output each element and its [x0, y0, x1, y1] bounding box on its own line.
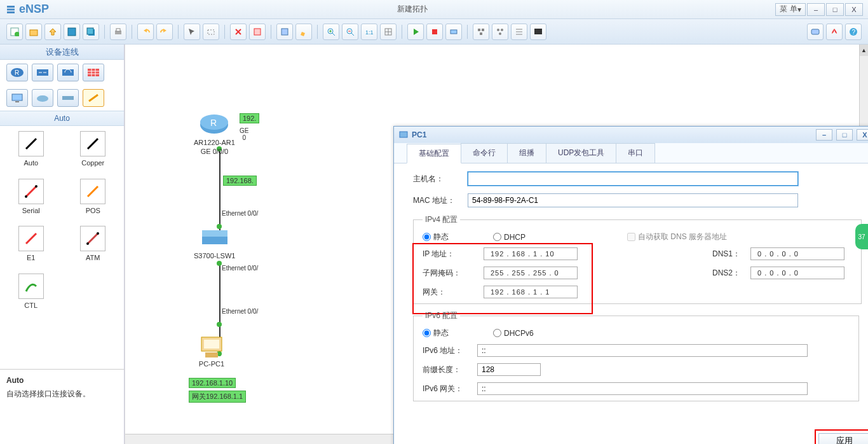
svg-text:1:1: 1:1	[365, 29, 374, 36]
prefix-input[interactable]	[477, 363, 541, 376]
tb-delete[interactable]	[230, 24, 247, 40]
tb-up[interactable]	[44, 24, 61, 40]
dns1-input[interactable]: 0 . 0 . 0 . 0	[750, 247, 844, 260]
tb-save[interactable]	[64, 24, 80, 40]
gw-input[interactable]: 192 . 168 . 1 . 1	[484, 286, 578, 298]
radio-dhcp[interactable]: DHCP	[493, 233, 526, 242]
tb-open[interactable]	[25, 24, 42, 40]
close-button[interactable]: X	[845, 3, 863, 16]
tool-atm[interactable]: ATM	[67, 226, 119, 271]
tab-multicast[interactable]: 组播	[507, 143, 546, 163]
tool-auto[interactable]: Auto	[5, 131, 57, 176]
tab-cli[interactable]: 命令行	[461, 143, 508, 163]
dlg-minimize[interactable]: –	[816, 129, 832, 141]
tool-pos[interactable]: POS	[67, 179, 119, 224]
app-logo: eNSP	[5, 3, 49, 16]
tb-list[interactable]	[511, 24, 527, 40]
router-ip2-badge: 192.168.	[223, 176, 257, 186]
tb-saveall[interactable]	[83, 24, 99, 40]
tb-move[interactable]	[203, 24, 219, 40]
tool-e1[interactable]: E1	[5, 226, 57, 271]
svg-rect-16	[451, 30, 457, 34]
ipv6-legend: IPv6 配置	[423, 310, 460, 321]
dev-wlan-icon[interactable]	[57, 64, 79, 81]
sep	[402, 25, 402, 39]
node-pc[interactable]: PC-PC1	[196, 335, 227, 368]
menu-button[interactable]: 菜 单▾	[775, 3, 806, 16]
tool-copper[interactable]: Copper	[67, 131, 119, 176]
ip-input[interactable]: 192 . 168 . 1 . 10	[484, 247, 578, 260]
port-ge000: GE 0/0/0	[194, 148, 235, 155]
dns2-input[interactable]: 0 . 0 . 0 . 0	[750, 267, 844, 279]
tab-serial[interactable]: 串口	[616, 143, 655, 163]
dev-cloud-icon[interactable]	[32, 89, 53, 107]
dlg-close[interactable]: X	[857, 129, 868, 141]
tool-serial[interactable]: Serial	[5, 179, 57, 224]
tb-zoomin[interactable]	[323, 24, 339, 40]
pc-gw-badge: 网关192.168.1.1	[189, 391, 246, 403]
tb-nodes[interactable]	[492, 24, 508, 40]
tb-fit[interactable]: 1:1	[361, 24, 377, 40]
tb-stop[interactable]	[426, 24, 443, 40]
tb-play[interactable]	[407, 24, 424, 40]
dlg-maximize[interactable]: □	[836, 129, 853, 141]
minimize-button[interactable]: –	[807, 3, 825, 16]
dev-hub-icon[interactable]	[57, 89, 79, 107]
svg-rect-3	[68, 28, 76, 36]
tb-screen[interactable]	[530, 24, 546, 40]
radio-static[interactable]: 静态	[423, 232, 449, 242]
tb-help[interactable]: ?	[845, 24, 862, 40]
window-buttons: 菜 单▾ – □ X	[775, 3, 863, 16]
sidebar: 设备连线 R Auto Auto Copper Serial POS E1 AT…	[0, 45, 125, 444]
dialog-icon	[399, 130, 408, 139]
tb-huawei[interactable]	[826, 24, 843, 40]
tb-layout[interactable]	[473, 24, 489, 40]
canvas[interactable]: 192. R AR1220-AR1 GE 0 GE 0/0/0 192.168.…	[125, 45, 868, 444]
ipv6-gw-input[interactable]	[477, 382, 808, 395]
dev-switch-icon[interactable]	[32, 64, 53, 81]
window-title: 新建拓扑	[49, 4, 775, 15]
ipv6-fieldset: IPv6 配置 静态 DHCPv6 IPv6 地址： 前缀长度： IP	[413, 310, 859, 401]
chk-auto-dns[interactable]: 自动获取 DNS 服务器地址	[627, 232, 727, 242]
tb-msg[interactable]	[807, 24, 824, 40]
radio-static6[interactable]: 静态	[423, 328, 449, 338]
svg-point-37	[35, 185, 37, 188]
tb-capture[interactable]	[276, 24, 293, 40]
dialog-titlebar: PC1 – □ X	[394, 127, 868, 143]
scroll-up[interactable]: ▲	[860, 45, 868, 56]
svg-point-39	[97, 232, 99, 235]
tb-select[interactable]	[184, 24, 200, 40]
dev-pc-icon[interactable]	[6, 89, 28, 107]
tb-undo[interactable]	[137, 24, 154, 40]
radio-dhcpv6[interactable]: DHCPv6	[493, 329, 534, 338]
titlebar: eNSP 新建拓扑 菜 单▾ – □ X	[0, 0, 868, 19]
tab-udp[interactable]: UDP发包工具	[546, 143, 616, 163]
tb-zoomout[interactable]	[342, 24, 358, 40]
svg-text:R: R	[210, 118, 217, 128]
dev-firewall-icon[interactable]	[83, 64, 104, 81]
tb-redo[interactable]	[156, 24, 173, 40]
dev-cable-icon[interactable]	[83, 89, 104, 107]
tab-basic[interactable]: 基础配置	[407, 144, 461, 163]
tool-ctl[interactable]: CTL	[5, 274, 57, 319]
node-switch[interactable]: S3700-LSW1	[194, 226, 235, 260]
side-badge[interactable]: 37	[855, 224, 868, 249]
host-input[interactable]	[468, 172, 798, 186]
tb-new[interactable]	[6, 24, 23, 40]
dev-router-icon[interactable]: R	[6, 64, 28, 81]
tb-edit[interactable]	[295, 24, 312, 40]
maximize-button[interactable]: □	[826, 3, 844, 16]
port-dot	[217, 322, 222, 327]
sep	[178, 25, 179, 39]
mac-input[interactable]	[468, 193, 798, 207]
node-router[interactable]: 192. R AR1220-AR1 GE 0 GE 0/0/0	[194, 113, 235, 155]
ipv6-addr-input[interactable]	[477, 344, 808, 357]
ipv4-legend: IPv4 配置	[423, 214, 460, 225]
tb-print[interactable]	[110, 24, 126, 40]
tb-step[interactable]	[445, 24, 462, 40]
svg-rect-7	[116, 29, 120, 31]
mask-input[interactable]: 255 . 255 . 255 . 0	[484, 267, 578, 279]
apply-button[interactable]: 应用	[818, 433, 868, 444]
tb-grid[interactable]	[380, 24, 397, 40]
tb-delete2[interactable]	[249, 24, 266, 40]
